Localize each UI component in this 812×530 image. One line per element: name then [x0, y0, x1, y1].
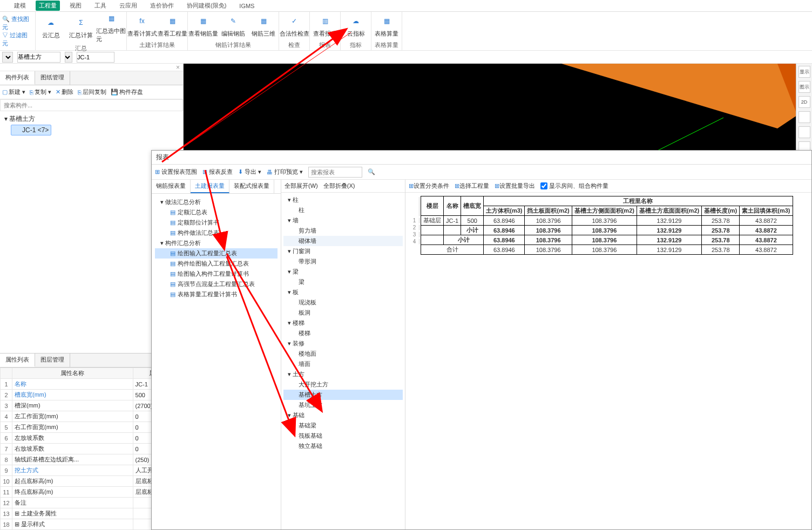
- category-sub[interactable]: 墙面: [283, 359, 403, 369]
- ribbon-button[interactable]: Σ汇总计算: [66, 12, 96, 43]
- toolbar-button[interactable]: ▢新建 ▾: [2, 88, 25, 96]
- viewport-tool-button[interactable]: 显示: [799, 66, 810, 78]
- ribbon-tab[interactable]: 工具: [91, 1, 110, 11]
- category-sub[interactable]: 独立基础: [283, 441, 403, 451]
- report-tree-item[interactable]: ▤表格算量工程量计算书: [155, 289, 278, 300]
- report-tree-item[interactable]: ▤绘图输入工程量汇总表: [155, 248, 278, 259]
- type-select-1[interactable]: [2, 52, 13, 63]
- mid-toolbar-button[interactable]: 全部折叠(X): [323, 182, 355, 190]
- mid-toolbar-button[interactable]: 全部展开(W): [285, 182, 318, 190]
- category-sub[interactable]: 砌体墙: [283, 236, 403, 246]
- category-sub[interactable]: 基坑土方: [283, 400, 403, 410]
- prop-tab[interactable]: 属性列表: [0, 354, 35, 367]
- viewport-tool-button[interactable]: 2D: [799, 96, 810, 108]
- viewport-tool-button[interactable]: [799, 126, 810, 138]
- category-node[interactable]: ▾ 基础: [283, 410, 403, 420]
- report-tree-item[interactable]: ▤构件做法汇总表: [155, 228, 278, 238]
- right-toolbar-button[interactable]: ⊞设置批量导出: [495, 182, 535, 190]
- panel-tab[interactable]: 构件列表: [0, 71, 35, 85]
- ribbon-tab[interactable]: 云应用: [116, 1, 140, 11]
- category-node[interactable]: ▾ 墙: [283, 215, 403, 226]
- ribbon-group-title: 检查: [279, 40, 309, 50]
- report-toolbar-button[interactable]: ⊞设置报表范围: [155, 168, 197, 176]
- ribbon-button[interactable]: ☁云汇总: [36, 12, 66, 43]
- category-sub[interactable]: 柱: [283, 205, 403, 215]
- ribbon-button[interactable]: fx查看计算式: [127, 12, 157, 40]
- toolbar-button[interactable]: ✕删除: [56, 88, 73, 96]
- category-sub[interactable]: 梁: [283, 277, 403, 287]
- type-select-3[interactable]: [77, 52, 114, 63]
- category-sub[interactable]: 基槽土方: [283, 390, 403, 400]
- toolbar-button[interactable]: 💾构件存盘: [111, 88, 143, 96]
- category-node[interactable]: ▾ 板: [283, 287, 403, 297]
- ribbon-tab[interactable]: 工程量: [36, 1, 60, 11]
- category-sub[interactable]: 板洞: [283, 308, 403, 318]
- data-row[interactable]: 合计63.8946108.3796108.3796132.9129253.784…: [421, 245, 793, 255]
- ribbon-button[interactable]: ▦汇总选中图元: [96, 12, 126, 43]
- data-row[interactable]: 小计63.8946108.3796108.3796132.9129253.784…: [421, 235, 793, 245]
- ribbon-button[interactable]: ▦表格算量: [371, 12, 402, 40]
- category-node[interactable]: ▾ 梁: [283, 267, 403, 277]
- category-sub[interactable]: 楼地面: [283, 349, 403, 359]
- right-toolbar-button[interactable]: ⊞设置分类条件: [409, 182, 449, 190]
- ribbon-tab[interactable]: 视图: [66, 1, 85, 11]
- filter-element-link[interactable]: ▽ 过滤图元: [2, 31, 33, 47]
- report-tree-item[interactable]: ▤构件绘图输入工程量汇总表: [155, 259, 278, 269]
- category-sub[interactable]: 楼梯: [283, 328, 403, 338]
- category-sub[interactable]: 筏板基础: [283, 431, 403, 441]
- category-node[interactable]: ▾ 楼梯: [283, 318, 403, 328]
- type-select-2[interactable]: [17, 52, 60, 63]
- ribbon-tab[interactable]: 协同建模(限免): [184, 1, 229, 11]
- report-tab[interactable]: 钢筋报表量: [152, 180, 191, 193]
- ribbon-tab[interactable]: 造价协作: [147, 1, 177, 11]
- report-tree-item[interactable]: ▤绘图输入构件工程量计算书: [155, 269, 278, 279]
- report-toolbar-button[interactable]: ⬇导出 ▾: [238, 168, 261, 176]
- prop-tab[interactable]: 图层管理: [35, 354, 70, 367]
- ribbon-button[interactable]: ▦查看钢筋量: [188, 12, 218, 40]
- tree-root[interactable]: ▾ 基槽土方: [2, 113, 181, 125]
- show-room-checkbox[interactable]: 显示房间、组合构件量: [540, 182, 608, 190]
- ribbon-group-title: 钢筋计算结果: [188, 40, 279, 50]
- category-sub[interactable]: 剪力墙: [283, 226, 403, 236]
- ribbon-tab[interactable]: 建模: [11, 1, 29, 11]
- report-tree-group[interactable]: ▾ 做法汇总分析: [155, 197, 278, 207]
- category-node[interactable]: ▾ 土方: [283, 369, 403, 379]
- report-search-input[interactable]: [308, 167, 362, 178]
- toolbar-button[interactable]: ⎘层间复制: [78, 88, 106, 96]
- category-node[interactable]: ▾ 柱: [283, 195, 403, 205]
- ribbon-button[interactable]: ▥查看报表: [310, 12, 340, 40]
- ribbon-button[interactable]: ✓合法性检查: [279, 12, 309, 40]
- category-sub[interactable]: 大开挖土方: [283, 379, 403, 390]
- close-icon[interactable]: ×: [173, 64, 183, 71]
- panel-tab[interactable]: 图纸管理: [35, 71, 70, 85]
- category-node[interactable]: ▾ 装修: [283, 338, 403, 349]
- report-tree-item[interactable]: ▤高强节点混凝土工程量汇总表: [155, 279, 278, 289]
- category-sub[interactable]: 带形洞: [283, 256, 403, 267]
- ribbon-button[interactable]: ▦钢筋三维: [248, 12, 279, 40]
- ribbon-button[interactable]: ▦查看工程量: [157, 12, 187, 40]
- viewport-tool-button[interactable]: 图示: [799, 81, 810, 93]
- report-tab[interactable]: 土建报表量: [191, 180, 229, 193]
- ribbon-tab[interactable]: IGMS: [236, 2, 258, 10]
- category-sub[interactable]: 基础梁: [283, 420, 403, 431]
- data-row[interactable]: 基础层JC-150063.8946108.3796108.3796132.912…: [421, 216, 793, 226]
- tree-child[interactable]: JC-1 <7>: [11, 125, 51, 135]
- report-tab[interactable]: 装配式报表量: [229, 180, 274, 193]
- search-icon[interactable]: 🔍: [368, 168, 375, 175]
- report-toolbar-button[interactable]: ⊞报表反查: [202, 168, 233, 176]
- report-tree-item[interactable]: ▤定额部位计算书: [155, 218, 278, 228]
- category-sub[interactable]: 现浇板: [283, 297, 403, 308]
- ribbon-button[interactable]: ✎编辑钢筋: [218, 12, 248, 40]
- search-components-input[interactable]: [0, 99, 183, 111]
- viewport-tool-button[interactable]: [799, 111, 810, 123]
- type-select-2b[interactable]: [65, 52, 72, 63]
- report-tree-item[interactable]: ▤定额汇总表: [155, 207, 278, 218]
- find-element-link[interactable]: 🔍 查找图元: [2, 15, 33, 31]
- report-toolbar-button[interactable]: 🖶打印预览 ▾: [267, 168, 303, 176]
- right-toolbar-button[interactable]: ⊞选择工程量: [455, 182, 489, 190]
- ribbon-button[interactable]: ☁云指标: [341, 12, 371, 40]
- toolbar-button[interactable]: ⎘复制 ▾: [30, 88, 51, 96]
- category-node[interactable]: ▾ 门窗洞: [283, 246, 403, 256]
- data-row[interactable]: 小计63.8946108.3796108.3796132.9129253.784…: [421, 226, 793, 235]
- report-tree-group[interactable]: ▾ 构件汇总分析: [155, 238, 278, 248]
